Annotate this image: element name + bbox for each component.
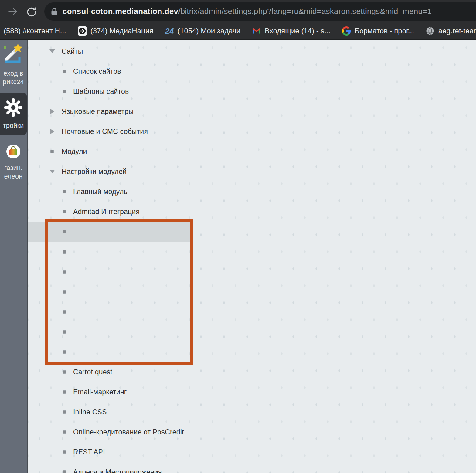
tree-item[interactable]: Модули [28, 141, 193, 162]
bookmark-item[interactable]: 24(1054) Мои задачи [165, 26, 240, 36]
settings-tree-panel: СайтыСписок сайтовШаблоны сайтовЯзыковые… [27, 40, 193, 473]
tree-item[interactable] [28, 322, 193, 342]
url-path: /bitrix/admin/settings.php?lang=ru&mid=a… [178, 7, 432, 16]
tree-item[interactable]: Inline CSS [28, 402, 193, 422]
url-bar[interactable]: consul-coton.medianation.dev/bitrix/admi… [44, 2, 476, 21]
bullet-icon [62, 469, 67, 473]
arrow-circle-icon [78, 26, 87, 36]
tree-item-label: Сайты [62, 47, 83, 56]
tree-item-label: Online-кредитование от PosCredit [73, 428, 184, 436]
bookmark-item[interactable]: (374) МедиаНация [78, 26, 153, 36]
tree-item[interactable]: Admitad Интеграция [28, 202, 193, 222]
tree-item-label: Admitad Интеграция [73, 208, 140, 216]
gmail-icon [252, 26, 261, 36]
bullet-icon [62, 409, 67, 415]
tree-item[interactable]: Шаблоны сайтов [28, 81, 193, 101]
tree-item[interactable] [28, 242, 193, 262]
bullet-icon [62, 269, 67, 274]
tree-item-label: Модули [62, 148, 87, 156]
sidebar-item-label: еход врикс24 [3, 69, 24, 86]
tree-item-label: Языковые параметры [62, 107, 134, 116]
bookmark-item[interactable]: Борматов - прог... [342, 26, 414, 36]
bookmark-label: (374) МедиаНация [90, 27, 153, 35]
bullet-icon [62, 329, 67, 335]
shop-bag-icon [6, 144, 21, 161]
bullet-icon [62, 69, 67, 74]
tree-item[interactable] [28, 342, 193, 362]
globe-icon [426, 26, 435, 36]
main-content-area [193, 40, 476, 473]
tree-item[interactable] [28, 262, 193, 282]
tree-item-label: Carrot quest [73, 368, 112, 376]
bullet-icon [62, 449, 67, 455]
tree-item[interactable]: Сайты [28, 41, 193, 61]
tree-item[interactable]: Carrot quest [28, 362, 193, 382]
gear-icon [4, 98, 23, 119]
browser-toolbar: consul-coton.medianation.dev/bitrix/admi… [0, 0, 476, 23]
bullet-icon [62, 309, 67, 315]
sidebar-item-marketplace[interactable]: газин.елеон [0, 144, 27, 180]
bullet-icon [62, 229, 67, 234]
tree-item-label: Настройки модулей [62, 168, 127, 176]
tree-item[interactable]: Online-кредитование от PosCredit [28, 422, 193, 442]
forward-icon[interactable] [8, 6, 18, 17]
tree-item[interactable]: Настройки модулей [28, 162, 193, 182]
tree-item[interactable]: Главный модуль [28, 182, 193, 202]
tree-item[interactable] [28, 302, 193, 322]
tree-item-label: Список сайтов [73, 67, 121, 76]
sidebar-item-label: газин.елеон [4, 164, 23, 181]
bullet-icon [62, 209, 67, 214]
bookmark-item[interactable]: (588) #контент Н... [4, 27, 66, 35]
bullet-icon [49, 149, 55, 154]
tree-item[interactable]: Email-маркетинг [28, 382, 193, 402]
sidebar-item-bitrix24-wizard[interactable]: еход врикс24 [0, 43, 27, 86]
bullet-icon [62, 249, 67, 254]
google-icon [342, 26, 351, 36]
url-host: consul-coton.medianation.dev [63, 7, 178, 16]
bullet-icon [62, 189, 67, 194]
lock-icon[interactable] [51, 7, 58, 15]
reload-icon[interactable] [26, 6, 36, 17]
bookmark-label: aeg.ret-team.ru [438, 27, 476, 35]
bookmark-label: Входящие (14) - s... [265, 27, 330, 35]
tree-item[interactable]: REST API [28, 442, 193, 462]
tree-item[interactable]: Почтовые и СМС события [28, 121, 193, 141]
triangle-down-icon[interactable] [49, 169, 55, 174]
bookmark-label: Борматов - прог... [355, 27, 414, 35]
admin-sidebar: еход врикс24тройкигазин.елеон [0, 40, 27, 473]
bookmark-label: (1054) Мои задачи [178, 27, 240, 35]
bitrix24-icon: 24 [165, 26, 174, 36]
tree-item[interactable] [28, 222, 193, 242]
sidebar-item-settings[interactable]: тройки [0, 93, 27, 135]
bookmark-label: (588) #контент Н... [4, 27, 66, 35]
tree-item-label: Inline CSS [73, 408, 107, 416]
tree-item[interactable]: Список сайтов [28, 61, 193, 81]
tree-item[interactable] [28, 282, 193, 302]
bookmarks-bar: (588) #контент Н...(374) МедиаНация24(10… [0, 23, 476, 40]
bitrix-admin-window: еход врикс24тройкигазин.елеон СайтыСписо… [0, 40, 476, 473]
tree-item[interactable]: Адреса и Местоположения [28, 462, 193, 473]
tree-item-label: Почтовые и СМС события [62, 128, 148, 136]
tree-item-label: Адреса и Местоположения [73, 468, 162, 473]
bullet-icon [62, 289, 67, 294]
bullet-icon [62, 89, 67, 94]
tree-item-label: Главный модуль [73, 188, 127, 196]
bullet-icon [62, 349, 67, 355]
sidebar-item-label: тройки [3, 121, 24, 130]
bookmark-item[interactable]: aeg.ret-team.ru [426, 26, 476, 36]
bullet-icon [62, 429, 67, 435]
triangle-down-icon[interactable] [49, 49, 55, 54]
triangle-right-icon[interactable] [49, 129, 55, 134]
tree-item[interactable]: Языковые параметры [28, 101, 193, 121]
tree-item-label: Шаблоны сайтов [73, 87, 129, 96]
bullet-icon [62, 369, 67, 375]
tree-item-label: REST API [73, 448, 105, 456]
wand-icon [4, 43, 23, 67]
triangle-right-icon[interactable] [49, 109, 55, 114]
bookmark-item[interactable]: Входящие (14) - s... [252, 26, 330, 36]
bullet-icon [62, 389, 67, 395]
tree-item-label: Email-маркетинг [73, 388, 127, 396]
